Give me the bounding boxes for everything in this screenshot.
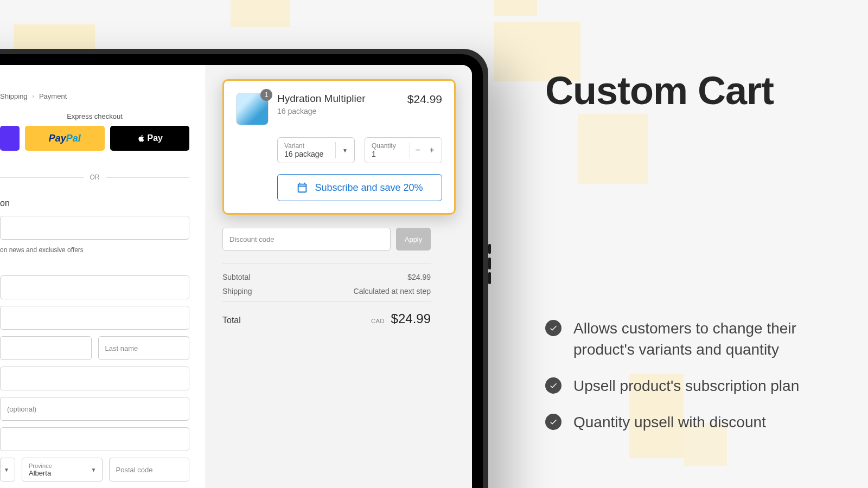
postal-code-field[interactable]: Postal code [109, 458, 190, 481]
tablet-screen: Shipping › Payment Express checkout PayP… [0, 65, 472, 488]
product-thumbnail: 1 [236, 93, 269, 125]
device-side-button [488, 244, 491, 254]
last-name-field[interactable]: Last name [98, 336, 190, 360]
product-name: Hydration Multiplier [277, 93, 399, 105]
total-label: Total [222, 316, 241, 325]
chevron-down-icon: ▼ [91, 467, 97, 473]
checkout-form: Shipping › Payment Express checkout PayP… [0, 65, 206, 488]
address-field[interactable] [0, 306, 189, 330]
paypal-button[interactable]: PayPal [25, 126, 105, 151]
check-icon [545, 377, 561, 394]
decor-square [231, 0, 290, 27]
tablet-device: Shipping › Payment Express checkout PayP… [0, 49, 488, 488]
decor-square [494, 0, 537, 16]
apartment-field[interactable]: (optional) [0, 397, 189, 421]
offers-checkbox-label[interactable]: on news and exclusive offers [0, 246, 189, 254]
chevron-down-icon: ▼ [4, 467, 9, 473]
marketing-copy: Custom Cart Allows customers to change t… [545, 70, 827, 448]
discount-code-input[interactable]: Discount code [222, 228, 391, 251]
company-field[interactable] [0, 367, 189, 390]
feature-text: Quantity upsell with discount [573, 412, 766, 433]
page-title: Custom Cart [545, 70, 827, 112]
quantity-stepper: Quantity 1 − + [365, 137, 442, 163]
quantity-decrease-button[interactable]: − [412, 145, 423, 156]
quantity-badge: 1 [260, 89, 272, 101]
check-icon [545, 414, 561, 430]
breadcrumb-step[interactable]: Shipping [0, 92, 28, 100]
calendar-icon [296, 182, 308, 194]
cart-panel: 1 Hydration Multiplier 16 package $24.99… [206, 65, 472, 488]
product-price: $24.99 [407, 93, 442, 106]
email-field[interactable] [0, 216, 189, 240]
total-value: $24.99 [391, 311, 431, 326]
variant-select[interactable]: Variant 16 package ▼ [277, 137, 355, 163]
feature-item: Allows customers to change their product… [545, 318, 827, 360]
shipping-value: Calculated at next step [354, 287, 431, 296]
chevron-down-icon: ▼ [342, 147, 348, 153]
quantity-increase-button[interactable]: + [426, 145, 437, 156]
check-icon [545, 320, 561, 336]
section-contact: on [0, 198, 189, 208]
subtotal-value: $24.99 [407, 273, 431, 281]
apple-pay-button[interactable]: Pay [110, 126, 190, 151]
first-name-field[interactable] [0, 336, 92, 360]
feature-item: Quantity upsell with discount [545, 412, 827, 433]
country-select[interactable]: ▼ [0, 458, 15, 481]
apply-discount-button[interactable]: Apply [396, 228, 431, 251]
breadcrumb-step[interactable]: Payment [39, 92, 67, 100]
subscribe-save-button[interactable]: Subscribe and save 20% [277, 174, 442, 201]
device-side-button [488, 272, 491, 284]
subtotal-label: Subtotal [222, 273, 250, 281]
country-field[interactable] [0, 275, 189, 299]
device-side-button [488, 258, 491, 269]
feature-item: Upsell product's subscription plan [545, 375, 827, 396]
cart-item-card: 1 Hydration Multiplier 16 package $24.99… [222, 79, 456, 215]
province-select[interactable]: Province Alberta ▼ [22, 458, 103, 481]
product-variant-text: 16 package [277, 107, 399, 115]
city-field[interactable] [0, 427, 189, 451]
order-totals: Subtotal $24.99 Shipping Calculated at n… [222, 264, 431, 326]
feature-text: Upsell product's subscription plan [573, 375, 799, 396]
shipping-label: Shipping [222, 287, 252, 296]
feature-text: Allows customers to change their product… [573, 318, 827, 360]
express-checkout-label: Express checkout [0, 112, 189, 120]
breadcrumb: Shipping › Payment [0, 92, 189, 100]
chevron-right-icon: › [33, 93, 34, 99]
shop-pay-button[interactable] [0, 126, 20, 151]
total-currency: CAD [371, 318, 385, 324]
or-divider: OR [0, 174, 189, 181]
